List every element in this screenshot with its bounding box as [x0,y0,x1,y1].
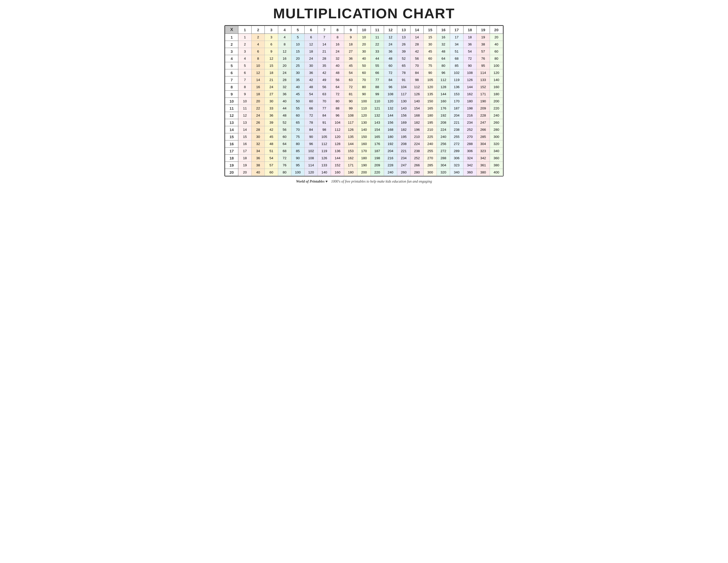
col-header-6: 6 [304,26,318,34]
cell-16-19: 304 [476,140,490,147]
cell-9-9: 81 [344,91,357,98]
cell-5-18: 90 [463,62,476,69]
cell-12-10: 120 [357,112,371,119]
cell-15-3: 45 [265,133,278,140]
cell-5-11: 55 [371,62,384,69]
table-row: 1414284256708498112126140154168182196210… [225,126,503,133]
row-header-4: 4 [225,55,238,62]
table-row: 2020406080100120140160180200220240260280… [225,169,503,176]
cell-7-7: 49 [318,76,331,83]
cell-17-13: 221 [397,147,410,155]
cell-2-11: 22 [371,41,384,48]
cell-14-17: 238 [450,126,463,133]
cell-6-1: 6 [238,69,252,76]
cell-14-16: 224 [437,126,450,133]
table-row: 1515304560759010512013515016518019521022… [225,133,503,140]
cell-2-12: 24 [384,41,397,48]
cell-14-9: 126 [344,126,357,133]
cell-1-18: 18 [463,34,476,41]
col-header-17: 17 [450,26,463,34]
cell-8-5: 40 [291,83,304,91]
cell-13-19: 247 [476,119,490,126]
cell-6-11: 66 [371,69,384,76]
cell-12-9: 108 [344,112,357,119]
cell-4-10: 40 [357,55,371,62]
cell-4-1: 4 [238,55,252,62]
cell-1-17: 17 [450,34,463,41]
col-header-11: 11 [371,26,384,34]
cell-6-6: 36 [304,69,318,76]
cell-3-14: 42 [410,48,423,55]
row-header-2: 2 [225,41,238,48]
cell-1-8: 8 [331,34,344,41]
cell-1-13: 13 [397,34,410,41]
cell-20-12: 240 [384,169,397,176]
cell-2-10: 20 [357,41,371,48]
cell-7-12: 84 [384,76,397,83]
cell-20-18: 360 [463,169,476,176]
cell-5-1: 5 [238,62,252,69]
cell-15-17: 255 [450,133,463,140]
cell-15-15: 225 [424,133,437,140]
cell-17-8: 136 [331,147,344,155]
cell-1-2: 2 [252,34,265,41]
cell-20-11: 220 [371,169,384,176]
cell-8-11: 88 [371,83,384,91]
cell-10-11: 110 [371,98,384,105]
cell-1-9: 9 [344,34,357,41]
cell-2-17: 34 [450,41,463,48]
cell-1-11: 11 [371,34,384,41]
cell-8-17: 136 [450,83,463,91]
cell-12-4: 48 [278,112,291,119]
cell-16-14: 224 [410,140,423,147]
cell-20-7: 140 [318,169,331,176]
cell-17-16: 272 [437,147,450,155]
cell-18-16: 288 [437,155,450,162]
cell-6-2: 12 [252,69,265,76]
cell-7-20: 140 [490,76,503,83]
cell-17-20: 340 [490,147,503,155]
cell-6-13: 78 [397,69,410,76]
cell-7-2: 14 [252,76,265,83]
cell-14-8: 112 [331,126,344,133]
cell-4-20: 80 [490,55,503,62]
cell-11-12: 132 [384,105,397,112]
cell-19-13: 247 [397,162,410,169]
cell-13-5: 65 [291,119,304,126]
cell-5-16: 80 [437,62,450,69]
cell-17-10: 170 [357,147,371,155]
cell-11-6: 66 [304,105,318,112]
cell-5-9: 45 [344,62,357,69]
cell-11-3: 33 [265,105,278,112]
cell-20-20: 400 [490,169,503,176]
cell-13-8: 104 [331,119,344,126]
cell-18-3: 54 [265,155,278,162]
cell-13-20: 260 [490,119,503,126]
cell-6-9: 54 [344,69,357,76]
col-header-18: 18 [463,26,476,34]
cell-7-10: 70 [357,76,371,83]
cell-1-15: 15 [424,34,437,41]
cell-3-10: 30 [357,48,371,55]
cell-10-14: 140 [410,98,423,105]
col-header-4: 4 [278,26,291,34]
cell-12-11: 132 [371,112,384,119]
cell-11-2: 22 [252,105,265,112]
cell-13-3: 39 [265,119,278,126]
cell-10-5: 50 [291,98,304,105]
cell-17-11: 187 [371,147,384,155]
cell-20-2: 40 [252,169,265,176]
cell-20-9: 180 [344,169,357,176]
page-title: MULTIPLICATION CHART [273,5,455,22]
cell-12-19: 228 [476,112,490,119]
cell-17-18: 306 [463,147,476,155]
cell-10-9: 90 [344,98,357,105]
row-header-8: 8 [225,83,238,91]
cell-11-5: 55 [291,105,304,112]
cell-19-7: 133 [318,162,331,169]
table-row: 8816243240485664728088961041121201281361… [225,83,503,91]
cell-11-8: 88 [331,105,344,112]
cell-17-12: 204 [384,147,397,155]
cell-5-3: 15 [265,62,278,69]
cell-10-3: 30 [265,98,278,105]
